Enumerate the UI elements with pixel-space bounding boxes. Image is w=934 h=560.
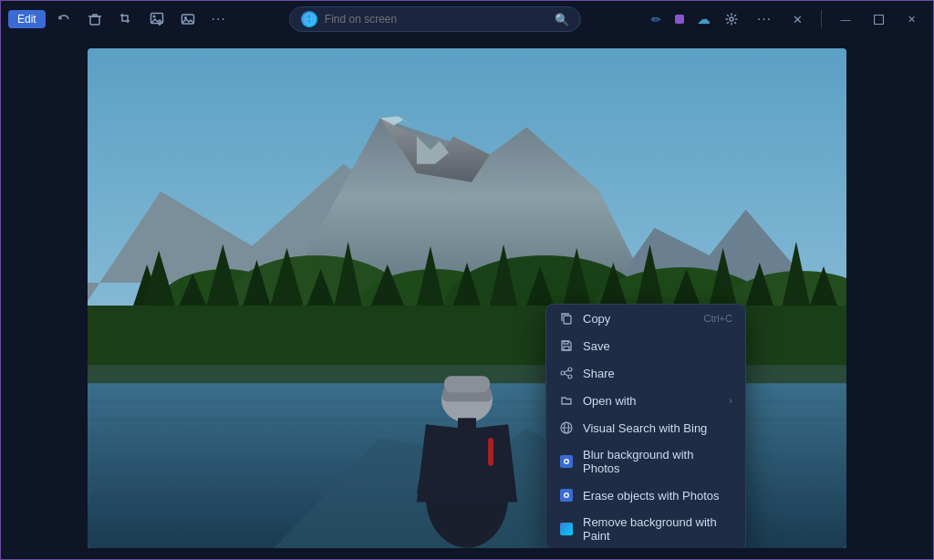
context-menu-share[interactable]: Share <box>546 359 745 387</box>
photos-blue-icon-erase <box>559 488 574 503</box>
browser-bar: 🔍 <box>289 6 581 32</box>
svg-rect-8 <box>675 15 684 24</box>
arrow-icon: › <box>729 395 732 406</box>
context-menu-copy[interactable]: Copy Ctrl+C <box>546 305 745 332</box>
search-input[interactable] <box>325 13 507 26</box>
photos-blue-icon-blur <box>559 454 574 469</box>
context-menu-save[interactable]: Save <box>546 332 745 359</box>
svg-line-65 <box>565 374 568 376</box>
close-button[interactable]: ✕ <box>897 6 926 32</box>
share-icon <box>559 366 574 380</box>
titlebar-center: 🔍 <box>237 6 633 32</box>
svg-rect-59 <box>564 347 569 350</box>
image-area: Copy Ctrl+C Save <box>88 48 846 548</box>
context-menu-erase[interactable]: Erase objects with Photos <box>546 482 745 509</box>
paint-icon <box>559 522 574 536</box>
settings-button[interactable] <box>717 6 746 32</box>
titlebar-left: Edit <box>8 6 232 32</box>
undo-button[interactable] <box>51 6 77 32</box>
context-menu-remove-bg[interactable]: Remove background with Paint <box>546 509 745 548</box>
titlebar-right-btns: ✏ ☁ ··· ✕ — ✕ <box>646 6 926 32</box>
pen-icon[interactable]: ✏ <box>646 9 666 29</box>
context-menu: Copy Ctrl+C Save <box>545 304 746 548</box>
svg-point-72 <box>566 494 568 497</box>
svg-rect-0 <box>90 16 99 25</box>
svg-point-61 <box>568 368 572 371</box>
app-window: Edit <box>0 0 934 560</box>
svg-rect-60 <box>564 341 568 344</box>
svg-rect-57 <box>488 438 493 465</box>
crop-button[interactable] <box>113 6 139 32</box>
svg-rect-10 <box>874 15 883 24</box>
svg-rect-56 <box>444 376 490 392</box>
save-icon <box>559 338 574 353</box>
open-icon <box>559 393 574 408</box>
minimize-button[interactable]: — <box>831 6 860 32</box>
svg-line-64 <box>565 370 568 372</box>
main-content: Copy Ctrl+C Save <box>1 37 933 559</box>
search-icon: 🔍 <box>555 13 569 26</box>
add-image-button[interactable] <box>144 6 170 32</box>
bing-icon <box>559 420 574 435</box>
svg-point-62 <box>568 375 572 379</box>
context-menu-open-with[interactable]: Open with › <box>546 387 745 414</box>
edit-button[interactable]: Edit <box>8 10 46 28</box>
divider <box>821 10 822 28</box>
titlebar: Edit <box>1 1 933 37</box>
svg-point-70 <box>566 461 568 463</box>
image-mode-button[interactable] <box>175 6 201 32</box>
more-button[interactable]: ··· <box>206 6 232 32</box>
svg-point-63 <box>561 371 565 375</box>
svg-point-1 <box>152 16 155 18</box>
browser-logo <box>301 11 317 27</box>
browser-close-button[interactable]: ✕ <box>783 6 812 32</box>
copy-icon <box>559 311 574 326</box>
context-menu-bing[interactable]: Visual Search with Bing <box>546 414 745 441</box>
context-menu-blur-bg[interactable]: Blur background with Photos <box>546 441 745 482</box>
maximize-button[interactable] <box>864 6 893 32</box>
browser-more-button[interactable]: ··· <box>750 6 779 32</box>
delete-button[interactable] <box>82 6 108 32</box>
diamond-icon[interactable] <box>669 9 690 29</box>
cloud-icon[interactable]: ☁ <box>693 9 713 29</box>
svg-rect-58 <box>564 316 571 324</box>
svg-point-9 <box>730 17 733 21</box>
